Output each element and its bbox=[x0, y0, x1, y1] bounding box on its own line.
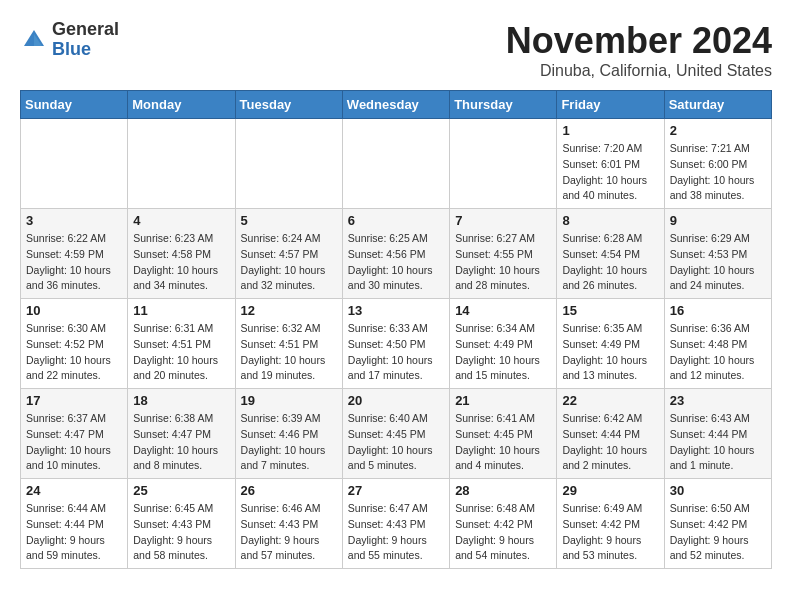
day-info: Sunrise: 6:40 AM Sunset: 4:45 PM Dayligh… bbox=[348, 411, 444, 474]
day-info: Sunrise: 6:44 AM Sunset: 4:44 PM Dayligh… bbox=[26, 501, 122, 564]
weekday-header-saturday: Saturday bbox=[664, 91, 771, 119]
day-info: Sunrise: 6:35 AM Sunset: 4:49 PM Dayligh… bbox=[562, 321, 658, 384]
calendar-cell: 3Sunrise: 6:22 AM Sunset: 4:59 PM Daylig… bbox=[21, 209, 128, 299]
calendar-cell: 28Sunrise: 6:48 AM Sunset: 4:42 PM Dayli… bbox=[450, 479, 557, 569]
day-info: Sunrise: 6:43 AM Sunset: 4:44 PM Dayligh… bbox=[670, 411, 766, 474]
calendar-cell: 2Sunrise: 7:21 AM Sunset: 6:00 PM Daylig… bbox=[664, 119, 771, 209]
day-number: 3 bbox=[26, 213, 122, 228]
weekday-header-tuesday: Tuesday bbox=[235, 91, 342, 119]
calendar-cell: 11Sunrise: 6:31 AM Sunset: 4:51 PM Dayli… bbox=[128, 299, 235, 389]
day-number: 8 bbox=[562, 213, 658, 228]
title-block: November 2024 Dinuba, California, United… bbox=[506, 20, 772, 80]
day-number: 22 bbox=[562, 393, 658, 408]
calendar-cell: 24Sunrise: 6:44 AM Sunset: 4:44 PM Dayli… bbox=[21, 479, 128, 569]
calendar-cell: 13Sunrise: 6:33 AM Sunset: 4:50 PM Dayli… bbox=[342, 299, 449, 389]
day-info: Sunrise: 6:32 AM Sunset: 4:51 PM Dayligh… bbox=[241, 321, 337, 384]
logo-blue: Blue bbox=[52, 39, 91, 59]
day-number: 23 bbox=[670, 393, 766, 408]
calendar-cell: 18Sunrise: 6:38 AM Sunset: 4:47 PM Dayli… bbox=[128, 389, 235, 479]
day-number: 5 bbox=[241, 213, 337, 228]
day-number: 12 bbox=[241, 303, 337, 318]
calendar-cell: 12Sunrise: 6:32 AM Sunset: 4:51 PM Dayli… bbox=[235, 299, 342, 389]
logo-text: General Blue bbox=[52, 20, 119, 60]
calendar-cell: 8Sunrise: 6:28 AM Sunset: 4:54 PM Daylig… bbox=[557, 209, 664, 299]
calendar-cell bbox=[128, 119, 235, 209]
day-number: 30 bbox=[670, 483, 766, 498]
day-number: 14 bbox=[455, 303, 551, 318]
calendar-cell: 29Sunrise: 6:49 AM Sunset: 4:42 PM Dayli… bbox=[557, 479, 664, 569]
month-year: November 2024 bbox=[506, 20, 772, 62]
day-info: Sunrise: 6:29 AM Sunset: 4:53 PM Dayligh… bbox=[670, 231, 766, 294]
day-info: Sunrise: 6:36 AM Sunset: 4:48 PM Dayligh… bbox=[670, 321, 766, 384]
day-info: Sunrise: 6:39 AM Sunset: 4:46 PM Dayligh… bbox=[241, 411, 337, 474]
day-info: Sunrise: 6:23 AM Sunset: 4:58 PM Dayligh… bbox=[133, 231, 229, 294]
logo: General Blue bbox=[20, 20, 119, 60]
day-info: Sunrise: 6:24 AM Sunset: 4:57 PM Dayligh… bbox=[241, 231, 337, 294]
calendar-cell: 20Sunrise: 6:40 AM Sunset: 4:45 PM Dayli… bbox=[342, 389, 449, 479]
calendar-cell: 16Sunrise: 6:36 AM Sunset: 4:48 PM Dayli… bbox=[664, 299, 771, 389]
day-info: Sunrise: 6:41 AM Sunset: 4:45 PM Dayligh… bbox=[455, 411, 551, 474]
day-info: Sunrise: 6:22 AM Sunset: 4:59 PM Dayligh… bbox=[26, 231, 122, 294]
day-info: Sunrise: 6:37 AM Sunset: 4:47 PM Dayligh… bbox=[26, 411, 122, 474]
day-info: Sunrise: 7:20 AM Sunset: 6:01 PM Dayligh… bbox=[562, 141, 658, 204]
day-info: Sunrise: 7:21 AM Sunset: 6:00 PM Dayligh… bbox=[670, 141, 766, 204]
calendar-week-5: 24Sunrise: 6:44 AM Sunset: 4:44 PM Dayli… bbox=[21, 479, 772, 569]
calendar-week-2: 3Sunrise: 6:22 AM Sunset: 4:59 PM Daylig… bbox=[21, 209, 772, 299]
logo-icon bbox=[20, 26, 48, 54]
calendar-cell: 1Sunrise: 7:20 AM Sunset: 6:01 PM Daylig… bbox=[557, 119, 664, 209]
calendar-cell: 10Sunrise: 6:30 AM Sunset: 4:52 PM Dayli… bbox=[21, 299, 128, 389]
day-info: Sunrise: 6:47 AM Sunset: 4:43 PM Dayligh… bbox=[348, 501, 444, 564]
day-number: 21 bbox=[455, 393, 551, 408]
calendar-cell bbox=[235, 119, 342, 209]
logo-general: General bbox=[52, 19, 119, 39]
weekday-header-friday: Friday bbox=[557, 91, 664, 119]
day-info: Sunrise: 6:31 AM Sunset: 4:51 PM Dayligh… bbox=[133, 321, 229, 384]
calendar-cell: 25Sunrise: 6:45 AM Sunset: 4:43 PM Dayli… bbox=[128, 479, 235, 569]
day-info: Sunrise: 6:45 AM Sunset: 4:43 PM Dayligh… bbox=[133, 501, 229, 564]
day-number: 17 bbox=[26, 393, 122, 408]
calendar-cell: 26Sunrise: 6:46 AM Sunset: 4:43 PM Dayli… bbox=[235, 479, 342, 569]
day-info: Sunrise: 6:34 AM Sunset: 4:49 PM Dayligh… bbox=[455, 321, 551, 384]
calendar-cell bbox=[450, 119, 557, 209]
day-info: Sunrise: 6:38 AM Sunset: 4:47 PM Dayligh… bbox=[133, 411, 229, 474]
day-number: 25 bbox=[133, 483, 229, 498]
day-number: 2 bbox=[670, 123, 766, 138]
day-number: 27 bbox=[348, 483, 444, 498]
weekday-header-thursday: Thursday bbox=[450, 91, 557, 119]
calendar-cell: 27Sunrise: 6:47 AM Sunset: 4:43 PM Dayli… bbox=[342, 479, 449, 569]
calendar-table: SundayMondayTuesdayWednesdayThursdayFrid… bbox=[20, 90, 772, 569]
day-info: Sunrise: 6:46 AM Sunset: 4:43 PM Dayligh… bbox=[241, 501, 337, 564]
day-info: Sunrise: 6:50 AM Sunset: 4:42 PM Dayligh… bbox=[670, 501, 766, 564]
weekday-header-sunday: Sunday bbox=[21, 91, 128, 119]
calendar-cell: 9Sunrise: 6:29 AM Sunset: 4:53 PM Daylig… bbox=[664, 209, 771, 299]
day-info: Sunrise: 6:49 AM Sunset: 4:42 PM Dayligh… bbox=[562, 501, 658, 564]
day-number: 20 bbox=[348, 393, 444, 408]
day-number: 28 bbox=[455, 483, 551, 498]
day-number: 13 bbox=[348, 303, 444, 318]
day-number: 6 bbox=[348, 213, 444, 228]
calendar-cell: 6Sunrise: 6:25 AM Sunset: 4:56 PM Daylig… bbox=[342, 209, 449, 299]
weekday-header-monday: Monday bbox=[128, 91, 235, 119]
calendar-week-4: 17Sunrise: 6:37 AM Sunset: 4:47 PM Dayli… bbox=[21, 389, 772, 479]
calendar-cell: 7Sunrise: 6:27 AM Sunset: 4:55 PM Daylig… bbox=[450, 209, 557, 299]
page-header: General Blue November 2024 Dinuba, Calif… bbox=[20, 20, 772, 80]
calendar-cell: 23Sunrise: 6:43 AM Sunset: 4:44 PM Dayli… bbox=[664, 389, 771, 479]
day-number: 16 bbox=[670, 303, 766, 318]
day-number: 11 bbox=[133, 303, 229, 318]
day-number: 19 bbox=[241, 393, 337, 408]
day-info: Sunrise: 6:25 AM Sunset: 4:56 PM Dayligh… bbox=[348, 231, 444, 294]
day-number: 24 bbox=[26, 483, 122, 498]
calendar-cell: 4Sunrise: 6:23 AM Sunset: 4:58 PM Daylig… bbox=[128, 209, 235, 299]
calendar-cell: 5Sunrise: 6:24 AM Sunset: 4:57 PM Daylig… bbox=[235, 209, 342, 299]
calendar-week-3: 10Sunrise: 6:30 AM Sunset: 4:52 PM Dayli… bbox=[21, 299, 772, 389]
calendar-cell: 21Sunrise: 6:41 AM Sunset: 4:45 PM Dayli… bbox=[450, 389, 557, 479]
calendar-cell: 14Sunrise: 6:34 AM Sunset: 4:49 PM Dayli… bbox=[450, 299, 557, 389]
day-number: 26 bbox=[241, 483, 337, 498]
calendar-cell: 17Sunrise: 6:37 AM Sunset: 4:47 PM Dayli… bbox=[21, 389, 128, 479]
day-number: 1 bbox=[562, 123, 658, 138]
weekday-header-row: SundayMondayTuesdayWednesdayThursdayFrid… bbox=[21, 91, 772, 119]
location: Dinuba, California, United States bbox=[506, 62, 772, 80]
calendar-cell: 15Sunrise: 6:35 AM Sunset: 4:49 PM Dayli… bbox=[557, 299, 664, 389]
day-number: 15 bbox=[562, 303, 658, 318]
calendar-cell bbox=[342, 119, 449, 209]
